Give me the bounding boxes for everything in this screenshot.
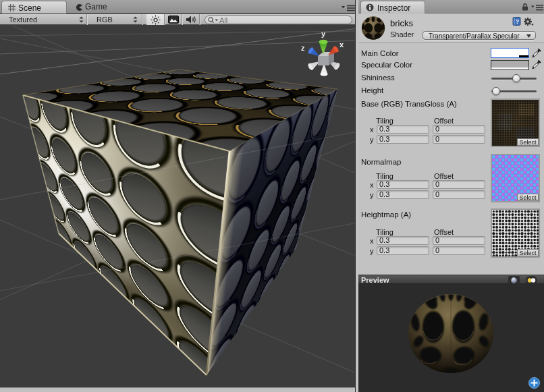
- svg-text:x: x: [339, 40, 344, 49]
- svg-text:y: y: [321, 30, 326, 38]
- svg-text:z: z: [301, 44, 305, 52]
- svg-text:?: ?: [516, 18, 520, 25]
